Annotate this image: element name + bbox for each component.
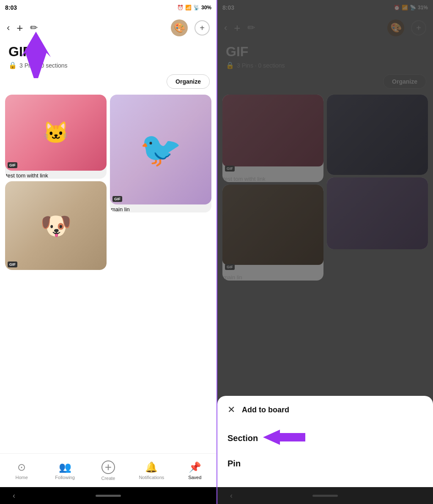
right-pin-image-dog bbox=[222, 185, 323, 265]
nav-create[interactable]: + Create bbox=[96, 460, 121, 481]
right-battery-text: 31% bbox=[418, 5, 428, 11]
nav-home-label: Home bbox=[16, 475, 28, 480]
close-sheet-button[interactable]: ✕ bbox=[227, 404, 235, 415]
right-organize-button[interactable]: Organize bbox=[383, 74, 426, 89]
right-status-icons: ⏰ 📶 📡 31% bbox=[394, 5, 428, 11]
right-pin-label-tom: test tom witht link bbox=[222, 174, 323, 182]
right-pin-card-owl[interactable] bbox=[327, 95, 428, 175]
pin-label-sheet: Pin bbox=[227, 459, 241, 469]
right-home-bar: ‹ bbox=[217, 487, 433, 504]
nav-notifications-label: Notifications bbox=[139, 475, 164, 480]
nav-home[interactable]: ⊙ Home bbox=[9, 461, 34, 480]
right-board-header: GIF 🔒 3 Pins · 0 sections bbox=[217, 41, 433, 71]
right-status-bar: 8:03 ⏰ 📶 📡 31% bbox=[217, 0, 433, 15]
arrow-left-annotation bbox=[263, 430, 305, 447]
pin-image-tom: 🐱 GIF bbox=[5, 95, 107, 171]
nav-saved-label: Saved bbox=[188, 475, 201, 480]
add-to-board-button[interactable]: + bbox=[195, 20, 210, 35]
right-edit-button[interactable]: ✏ bbox=[247, 22, 255, 33]
right-pin-label-dog: main lin bbox=[222, 272, 323, 281]
right-home-pill bbox=[312, 495, 338, 497]
left-status-bar: 8:03 ⏰ 📶 📡 30% bbox=[0, 0, 216, 15]
pin-card-tom[interactable]: 🐱 GIF test tom witht link bbox=[5, 95, 107, 179]
bottom-sheet-title: Add to board bbox=[242, 406, 289, 414]
avatar[interactable]: 🎨 bbox=[171, 19, 188, 36]
notifications-icon: 🔔 bbox=[145, 461, 158, 473]
edit-button[interactable]: ✏ bbox=[30, 22, 38, 33]
left-organize-row: Organize bbox=[0, 71, 216, 92]
right-wifi-icon: 📶 bbox=[402, 5, 408, 11]
saved-icon: 📌 bbox=[189, 461, 201, 473]
nav-following-label: Following bbox=[55, 475, 74, 480]
add-button[interactable]: + bbox=[16, 22, 23, 35]
right-signal-icon: 📡 bbox=[410, 5, 416, 11]
gif-badge-bird: GIF bbox=[112, 196, 122, 202]
left-board-header: GIF 🔒 3 Pins · 0 sections bbox=[0, 41, 216, 71]
pin-image-dog: 🐶 GIF bbox=[5, 181, 107, 270]
gif-badge-dog: GIF bbox=[8, 262, 17, 267]
bottom-sheet: ✕ Add to board Section Pin bbox=[217, 396, 433, 487]
nav-notifications[interactable]: 🔔 Notifications bbox=[139, 461, 164, 480]
right-add-button[interactable]: + bbox=[234, 22, 240, 35]
left-board-title: GIF bbox=[8, 44, 208, 60]
sheet-item-pin[interactable]: Pin bbox=[227, 453, 423, 474]
right-back-button[interactable]: ‹ bbox=[224, 22, 227, 33]
nav-create-label: Create bbox=[101, 476, 115, 481]
wifi-icon: 📶 bbox=[185, 5, 192, 11]
left-panel: 8:03 ⏰ 📶 📡 30% ‹ + ✏ 🎨 + GIF 🔒 bbox=[0, 0, 216, 504]
left-home-pill bbox=[96, 495, 121, 497]
pin-label-tom: test tom witht link bbox=[5, 171, 107, 179]
left-pin-col-left: 🐱 GIF test tom witht link 🐶 GIF bbox=[5, 95, 107, 451]
right-alarm-icon: ⏰ bbox=[394, 5, 400, 11]
right-lock-icon: 🔒 bbox=[226, 61, 234, 69]
left-back-gesture: ‹ bbox=[13, 491, 15, 500]
right-top-nav: ‹ + ✏ 🎨 + bbox=[217, 15, 433, 41]
right-pin-card-tom[interactable]: GIF test tom witht link bbox=[222, 95, 323, 182]
left-board-meta-text: 3 Pins · 0 sections bbox=[19, 62, 68, 69]
left-pin-grid: 🐱 GIF test tom witht link 🐶 GIF 🐦 GIF bbox=[0, 92, 216, 453]
right-board-meta-text: 3 Pins · 0 sections bbox=[237, 62, 285, 69]
nav-saved[interactable]: 📌 Saved bbox=[182, 461, 208, 480]
left-board-meta: 🔒 3 Pins · 0 sections bbox=[8, 61, 208, 69]
right-pin-card-dog[interactable]: GIF main lin bbox=[222, 185, 323, 281]
right-pin-image-owl bbox=[327, 95, 428, 175]
pin-label-bird: main lin bbox=[110, 204, 211, 212]
section-label: Section bbox=[227, 433, 258, 443]
following-icon: 👥 bbox=[59, 461, 71, 473]
right-board-meta: 🔒 3 Pins · 0 sections bbox=[226, 61, 425, 69]
right-avatar[interactable]: 🎨 bbox=[387, 19, 404, 36]
bottom-sheet-header: ✕ Add to board bbox=[227, 404, 423, 415]
pin-card-dog[interactable]: 🐶 GIF bbox=[5, 181, 107, 270]
right-time: 8:03 bbox=[222, 4, 234, 11]
signal-icon: 📡 bbox=[193, 5, 200, 11]
left-bottom-nav: ⊙ Home 👥 Following + Create 🔔 Notificati… bbox=[0, 453, 216, 487]
right-pin-card-bird2[interactable] bbox=[327, 177, 428, 249]
right-gif-badge-dog: GIF bbox=[225, 264, 235, 270]
left-time: 8:03 bbox=[5, 4, 17, 11]
right-gif-badge-tom: GIF bbox=[225, 166, 235, 172]
left-pin-col-right: 🐦 GIF main lin bbox=[110, 95, 211, 451]
home-icon: ⊙ bbox=[17, 461, 26, 473]
right-organize-row: Organize bbox=[217, 71, 433, 92]
nav-following[interactable]: 👥 Following bbox=[52, 461, 78, 480]
left-top-nav: ‹ + ✏ 🎨 + bbox=[0, 15, 216, 41]
right-board-title: GIF bbox=[226, 44, 425, 60]
svg-marker-2 bbox=[263, 430, 305, 445]
organize-button[interactable]: Organize bbox=[167, 74, 210, 89]
right-pin-image-tom bbox=[222, 95, 323, 166]
left-status-icons: ⏰ 📶 📡 30% bbox=[177, 5, 211, 11]
lock-icon: 🔒 bbox=[8, 61, 17, 69]
left-home-bar: ‹ bbox=[0, 487, 216, 504]
alarm-icon: ⏰ bbox=[177, 5, 184, 11]
right-add-to-board-button[interactable]: + bbox=[411, 20, 426, 35]
create-icon: + bbox=[101, 460, 115, 474]
sheet-item-section[interactable]: Section bbox=[227, 424, 423, 453]
battery-icon: 30% bbox=[201, 5, 211, 11]
gif-badge-tom: GIF bbox=[8, 162, 17, 168]
back-button[interactable]: ‹ bbox=[7, 22, 10, 33]
right-panel: 8:03 ⏰ 📶 📡 31% ‹ + ✏ 🎨 + GIF 🔒 3 Pins · … bbox=[216, 0, 433, 504]
pin-image-bird: 🐦 GIF bbox=[110, 95, 211, 204]
right-back-gesture: ‹ bbox=[230, 491, 233, 500]
right-pin-image-bird2 bbox=[327, 177, 428, 249]
pin-card-bird[interactable]: 🐦 GIF main lin bbox=[110, 95, 211, 212]
